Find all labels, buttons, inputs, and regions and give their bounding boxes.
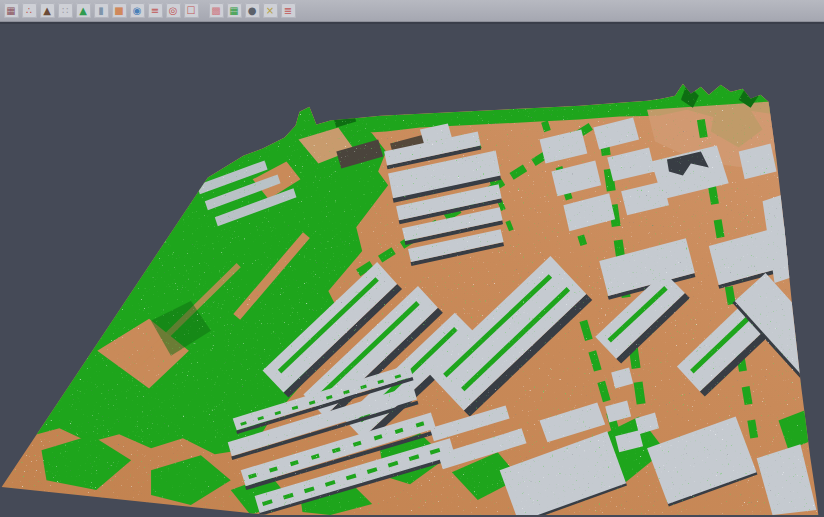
extent-select-button[interactable]: ☐ (184, 3, 199, 18)
dem-terrain-button[interactable]: ▲ (76, 3, 91, 18)
dem-terrain-icon: ▲ (79, 6, 87, 16)
main-toolbar: ▦∴▲∷▲▮■◉≡◎☐▩▦●×≣ (0, 0, 824, 22)
classification-render-button[interactable]: ▦ (227, 3, 242, 18)
extent-select-icon: ☐ (187, 6, 196, 16)
sphere-render-icon: ● (248, 6, 257, 16)
raster-grid-button[interactable]: ▩ (209, 3, 224, 18)
sparse-points-icon: ∷ (62, 6, 68, 16)
crop-cross-icon: × (266, 6, 274, 16)
application-window: ▦∴▲∷▲▮■◉≡◎☐▩▦●×≣ (0, 0, 824, 517)
attribute-list-icon: ≡ (151, 6, 159, 16)
register-target-button[interactable]: ◎ (166, 3, 181, 18)
classification-render-icon: ▦ (229, 6, 238, 16)
profile-view-icon: ▮ (98, 6, 104, 16)
layer-stack-button[interactable]: ≣ (281, 3, 296, 18)
orthophoto-icon: ■ (114, 6, 123, 16)
globe-view-icon: ◉ (133, 6, 142, 16)
point-cloud-scene (0, 24, 824, 517)
viewport-3d-canvas[interactable] (0, 22, 824, 517)
crop-cross-button[interactable]: × (263, 3, 278, 18)
point-speckle-overlay (2, 72, 823, 515)
register-target-icon: ◎ (169, 6, 178, 16)
point-cloud-button[interactable]: ∴ (22, 3, 37, 18)
orthophoto-button[interactable]: ■ (112, 3, 127, 18)
sparse-points-button[interactable]: ∷ (58, 3, 73, 18)
sphere-render-button[interactable]: ● (245, 3, 260, 18)
attribute-list-button[interactable]: ≡ (148, 3, 163, 18)
profile-view-button[interactable]: ▮ (94, 3, 109, 18)
toolbar-separator (200, 3, 207, 18)
tin-terrain-icon: ▲ (43, 6, 51, 16)
globe-view-button[interactable]: ◉ (130, 3, 145, 18)
layer-stack-icon: ≣ (284, 6, 292, 16)
raster-grid-icon: ▩ (211, 6, 220, 16)
point-cloud-icon: ∴ (26, 6, 32, 16)
tin-terrain-button[interactable]: ▲ (40, 3, 55, 18)
open-scene-button[interactable]: ▦ (4, 3, 19, 18)
open-scene-icon: ▦ (6, 6, 15, 16)
